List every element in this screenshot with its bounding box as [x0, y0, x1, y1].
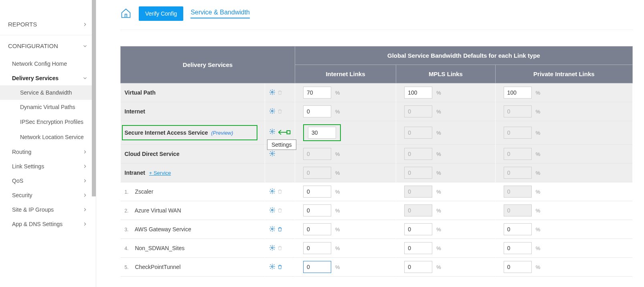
main-content: Verify Config Service & Bandwidth Delive… — [96, 0, 644, 287]
nav-label: Routing — [12, 149, 31, 155]
bw-private-input[interactable] — [504, 261, 532, 273]
nav-section-configuration[interactable]: CONFIGURATION — [0, 35, 96, 57]
percent-label: % — [536, 245, 541, 251]
svg-point-5 — [271, 190, 273, 192]
percent-label: % — [335, 109, 340, 115]
nav-item-site-ip-groups[interactable]: Site & IP Groups — [0, 202, 96, 217]
nav-sub-ipsec-profiles[interactable]: IPSec Encryption Profiles — [0, 114, 96, 129]
bw-internet-input[interactable] — [303, 223, 331, 235]
inet-internet-input[interactable] — [303, 105, 331, 117]
percent-label: % — [536, 170, 541, 176]
chevron-down-icon — [82, 75, 88, 81]
gear-icon[interactable] — [269, 246, 275, 252]
bw-internet-input[interactable] — [303, 261, 331, 273]
service-name: Zscaler — [135, 188, 153, 195]
gear-icon[interactable] — [269, 109, 275, 115]
bw-internet-input[interactable] — [303, 186, 331, 198]
gear-icon[interactable] — [269, 152, 275, 158]
percent-label: % — [436, 208, 441, 214]
nav-label: Network Config Home — [12, 61, 67, 67]
service-name: Intranet — [125, 170, 145, 176]
trash-icon — [277, 109, 283, 115]
add-service-link[interactable]: + Service — [149, 170, 171, 176]
gear-icon[interactable] — [269, 129, 275, 136]
percent-label: % — [536, 189, 541, 195]
bw-mpls-input[interactable] — [404, 242, 432, 254]
gear-icon[interactable] — [269, 208, 275, 214]
trash-icon[interactable] — [277, 265, 283, 271]
bw-private-input[interactable] — [504, 223, 532, 235]
nav-sub-dynamic-virtual-paths[interactable]: Dynamic Virtual Paths — [0, 100, 96, 114]
chevron-right-icon — [82, 207, 88, 212]
trash-icon[interactable] — [277, 227, 283, 233]
bw-mpls-input — [404, 186, 432, 198]
sia-internet-input[interactable] — [308, 127, 336, 139]
verify-config-button[interactable]: Verify Config — [139, 6, 183, 21]
bw-mpls-input[interactable] — [404, 261, 432, 273]
nav-item-security[interactable]: Security — [0, 188, 96, 202]
nav-item-qos[interactable]: QoS — [0, 174, 96, 188]
nav-section-reports[interactable]: REPORTS — [0, 8, 96, 35]
bw-private-input[interactable] — [504, 242, 532, 254]
nav-item-delivery-services[interactable]: Delivery Services — [0, 71, 96, 85]
sia-private-input — [504, 127, 532, 139]
gear-icon[interactable] — [269, 90, 275, 97]
svg-point-0 — [271, 91, 273, 93]
row-aws-gateway-service: 3. AWS Gateway Service % % % — [121, 220, 633, 239]
chevron-right-icon — [82, 164, 88, 169]
bw-private-input — [504, 204, 532, 216]
vp-mpls-input[interactable] — [404, 87, 432, 99]
cds-mpls-input — [404, 148, 432, 160]
percent-label: % — [436, 109, 441, 115]
nav-sub-service-bandwidth[interactable]: Service & Bandwidth — [0, 85, 96, 100]
bw-internet-input[interactable] — [303, 242, 331, 254]
percent-label: % — [335, 226, 340, 232]
nav-item-network-config-home[interactable]: Network Config Home — [0, 57, 96, 71]
nav-item-routing[interactable]: Routing — [0, 145, 96, 159]
percent-label: % — [436, 226, 441, 232]
row-azure-virtual-wan: 2. Azure Virtual WAN % % % — [121, 201, 633, 220]
percent-label: % — [436, 151, 441, 157]
breadcrumb-current[interactable]: Service & Bandwidth — [190, 9, 250, 18]
svg-point-9 — [271, 266, 273, 267]
sidebar: REPORTS CONFIGURATION Network Config Hom… — [0, 0, 96, 287]
gear-icon[interactable] — [269, 265, 275, 271]
service-name: CheckPointTunnel — [135, 264, 180, 270]
vp-internet-input[interactable] — [303, 87, 331, 99]
percent-label: % — [536, 109, 541, 115]
preview-tag: (Preview) — [211, 130, 233, 136]
row-internet: Internet % % % — [121, 102, 633, 121]
vp-private-input[interactable] — [504, 87, 532, 99]
services-table: Delivery Services Global Service Bandwid… — [120, 46, 633, 277]
nav-sub-network-location-service[interactable]: Network Location Service — [0, 129, 96, 145]
bw-mpls-input[interactable] — [404, 223, 432, 235]
gear-icon[interactable] — [269, 189, 275, 196]
th-delivery-services: Delivery Services — [121, 46, 295, 83]
percent-label: % — [436, 170, 441, 176]
row-intranet: Intranet + Service % % % — [121, 164, 633, 182]
cds-internet-input — [303, 148, 331, 160]
nav-item-link-settings[interactable]: Link Settings — [0, 159, 96, 174]
chevron-right-icon — [82, 178, 88, 184]
row-number: 2. — [125, 208, 134, 214]
percent-label: % — [436, 189, 441, 195]
nav-label: Site & IP Groups — [12, 206, 54, 213]
percent-label: % — [335, 208, 340, 214]
bw-internet-input[interactable] — [303, 204, 331, 216]
row-number: 1. — [125, 189, 134, 195]
svg-point-8 — [271, 247, 273, 249]
home-icon[interactable] — [120, 8, 132, 20]
percent-label: % — [335, 264, 340, 270]
svg-point-6 — [271, 209, 273, 211]
scrollbar[interactable] — [92, 0, 96, 196]
bw-private-input — [504, 186, 532, 198]
nav-item-app-dns-settings[interactable]: App & DNS Settings — [0, 217, 96, 231]
percent-label: % — [536, 151, 541, 157]
chevron-down-icon — [82, 43, 88, 49]
nav-label: Security — [12, 192, 32, 198]
service-name: Non_SDWAN_Sites — [135, 245, 184, 251]
settings-tooltip: Settings — [267, 139, 296, 150]
th-global-defaults: Global Service Bandwidth Defaults for ea… — [295, 46, 632, 65]
service-name: Secure Internet Access Service — [125, 129, 208, 136]
gear-icon[interactable] — [269, 227, 275, 233]
